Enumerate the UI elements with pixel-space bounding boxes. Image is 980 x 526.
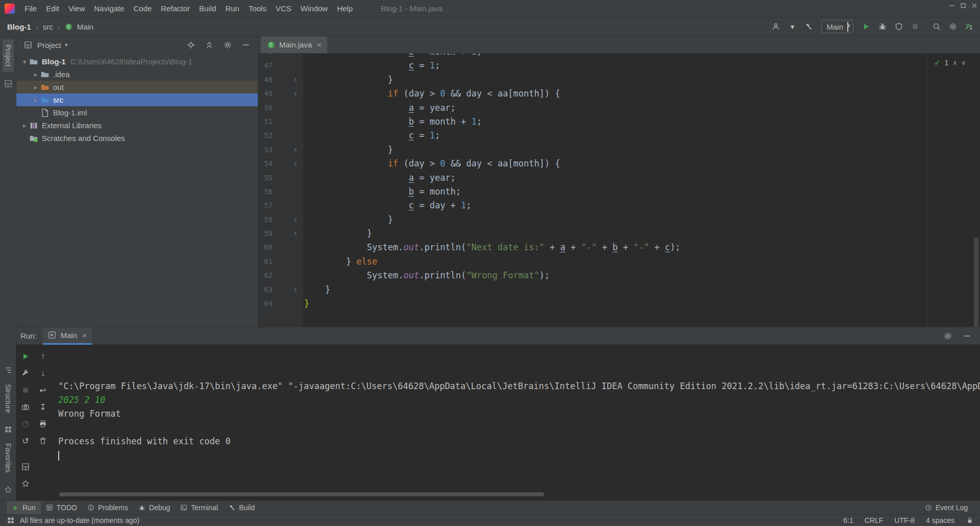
hide-icon[interactable]: [962, 330, 973, 342]
menu-window[interactable]: Window: [296, 0, 332, 17]
menu-tools[interactable]: Tools: [244, 0, 271, 17]
chevron-expanded-icon[interactable]: ▾: [20, 58, 29, 65]
run-tab-main[interactable]: Main ×: [43, 327, 92, 345]
dot-icon[interactable]: [3, 424, 14, 435]
menu-navigate[interactable]: Navigate: [89, 0, 129, 17]
menu-help[interactable]: Help: [332, 0, 357, 17]
search-icon[interactable]: [931, 21, 942, 32]
fold-marker-icon[interactable]: ∨: [273, 157, 303, 171]
bottom-tab-run[interactable]: Run: [7, 501, 41, 515]
print-icon[interactable]: [37, 418, 48, 429]
up-icon[interactable]: ↑: [37, 351, 48, 362]
win-close-icon[interactable]: [969, 0, 980, 11]
tree-item-out[interactable]: ▸out: [16, 81, 258, 93]
code-line[interactable]: 62 System.out.println("Wrong Format");: [258, 269, 980, 282]
menu-edit[interactable]: Edit: [41, 0, 64, 17]
bottom-tab-event-log[interactable]: Event Log: [920, 501, 973, 515]
stripe-button-favorites[interactable]: Favorites: [3, 438, 14, 478]
caret-down-icon[interactable]: ▾: [787, 21, 798, 32]
menu-file[interactable]: File: [20, 0, 41, 17]
code-line[interactable]: 63∧ }: [258, 283, 980, 297]
menu-refactor[interactable]: Refactor: [156, 0, 194, 17]
code-line[interactable]: 52 c = 1;: [258, 129, 980, 142]
menu-run[interactable]: Run: [220, 0, 244, 17]
user-icon[interactable]: [770, 21, 781, 32]
restore-layout-icon[interactable]: ↺: [20, 435, 31, 446]
locate-icon[interactable]: [185, 39, 197, 51]
star-icon[interactable]: [3, 484, 14, 495]
code-area[interactable]: 46 b = month + 1;47 c = 1;48∧ }49∨ if (d…: [258, 54, 980, 327]
code-line[interactable]: 49∨ if (day > 0 && day < aa[month]) {: [258, 87, 980, 101]
toolwindows-icon[interactable]: [20, 461, 31, 472]
scroll-end-icon[interactable]: ↧: [37, 401, 48, 413]
bottom-tab-build[interactable]: Build: [223, 501, 260, 515]
menu-vcs[interactable]: VCS: [271, 0, 296, 17]
code-line[interactable]: 56 b = month;: [258, 185, 980, 199]
win-max-icon[interactable]: [958, 0, 969, 11]
collapse-all-icon[interactable]: [204, 39, 215, 51]
chevron-down-icon[interactable]: ▾: [65, 41, 68, 49]
coverage-icon[interactable]: [893, 21, 904, 32]
pin-icon[interactable]: [20, 478, 31, 489]
fold-marker-icon[interactable]: ∧: [273, 73, 303, 87]
bottom-tab-todo[interactable]: TODO: [41, 501, 82, 515]
code-with-me-icon[interactable]: [964, 21, 975, 32]
run-console[interactable]: "C:\Program Files\Java\jdk-17\bin\java.e…: [54, 345, 980, 500]
code-line[interactable]: 57 c = day + 1;: [258, 199, 980, 212]
close-icon[interactable]: ×: [82, 331, 87, 340]
code-line[interactable]: 64}: [258, 297, 980, 310]
profiler-icon[interactable]: [20, 418, 31, 429]
menu-view[interactable]: View: [64, 0, 89, 17]
code-line[interactable]: 58∧ }: [258, 213, 980, 227]
toolwindow-switcher-icon[interactable]: [6, 516, 15, 525]
fold-marker-icon[interactable]: ∧: [273, 213, 303, 227]
hide-icon[interactable]: [240, 39, 252, 51]
bottom-tab-debug[interactable]: Debug: [133, 501, 175, 515]
status-utf-8[interactable]: UTF-8: [894, 516, 915, 524]
code-line[interactable]: 54∨ if (day > 0 && day < aa[month]) {: [258, 157, 980, 171]
code-line[interactable]: 60 System.out.println("Next date is:" + …: [258, 241, 980, 254]
fold-marker-icon[interactable]: ∨: [273, 87, 303, 101]
code-line[interactable]: 55 a = year;: [258, 171, 980, 185]
next-problem-icon[interactable]: ∨: [961, 59, 966, 66]
stop-icon[interactable]: [20, 385, 31, 396]
trash-icon[interactable]: [37, 435, 48, 446]
code-line[interactable]: 61 } else: [258, 255, 980, 269]
bottom-tab-problems[interactable]: Problems: [82, 501, 133, 515]
fold-marker-icon[interactable]: ∧: [273, 143, 303, 157]
status-crlf[interactable]: CRLF: [865, 516, 884, 524]
status-4-spaces[interactable]: 4 spaces: [926, 516, 954, 524]
down-icon[interactable]: ↓: [37, 368, 48, 379]
chevron-collapsed-icon[interactable]: ▸: [31, 97, 40, 104]
console-caret-line[interactable]: [58, 448, 980, 462]
code-line[interactable]: 53∧ }: [258, 143, 980, 157]
status-6-1[interactable]: 6:1: [843, 516, 853, 524]
prev-problem-icon[interactable]: ∧: [952, 59, 957, 66]
breadcrumb-item-main[interactable]: Main: [77, 22, 94, 31]
gear-icon[interactable]: [222, 39, 233, 51]
code-line[interactable]: 59∧ }: [258, 227, 980, 241]
code-line[interactable]: 47 c = 1;: [258, 59, 980, 73]
tree-item-src[interactable]: ▸src: [16, 93, 258, 106]
rerun-icon[interactable]: [20, 351, 31, 362]
stripe-button-project[interactable]: Project: [3, 39, 14, 72]
softwrap-icon[interactable]: ↩: [37, 385, 48, 396]
toolwindow-icon[interactable]: [3, 78, 14, 89]
project-panel-title[interactable]: Project: [37, 41, 61, 50]
screenshot-icon[interactable]: [20, 401, 31, 413]
code-line[interactable]: 51 b = month + 1;: [258, 115, 980, 129]
gear-icon[interactable]: [942, 330, 953, 342]
close-icon[interactable]: ×: [317, 40, 322, 49]
code-line[interactable]: 46 b = month + 1;: [258, 54, 980, 59]
tree-item-external-libraries[interactable]: ▸External Libraries: [16, 119, 258, 132]
hammer-icon[interactable]: [803, 21, 814, 32]
editor-tab-main-java[interactable]: C Main.java ×: [261, 36, 327, 53]
structure-icon[interactable]: [3, 365, 14, 376]
tree-item-idea[interactable]: ▸.idea: [16, 68, 258, 81]
play-icon[interactable]: [861, 21, 872, 32]
stop-icon[interactable]: [910, 21, 921, 32]
tree-item-scratches-and-consoles[interactable]: Scratches and Consoles: [16, 132, 258, 145]
console-horizontal-scrollbar[interactable]: [59, 492, 544, 496]
fold-marker-icon[interactable]: ∧: [273, 283, 303, 297]
code-line[interactable]: 48∧ }: [258, 73, 980, 87]
